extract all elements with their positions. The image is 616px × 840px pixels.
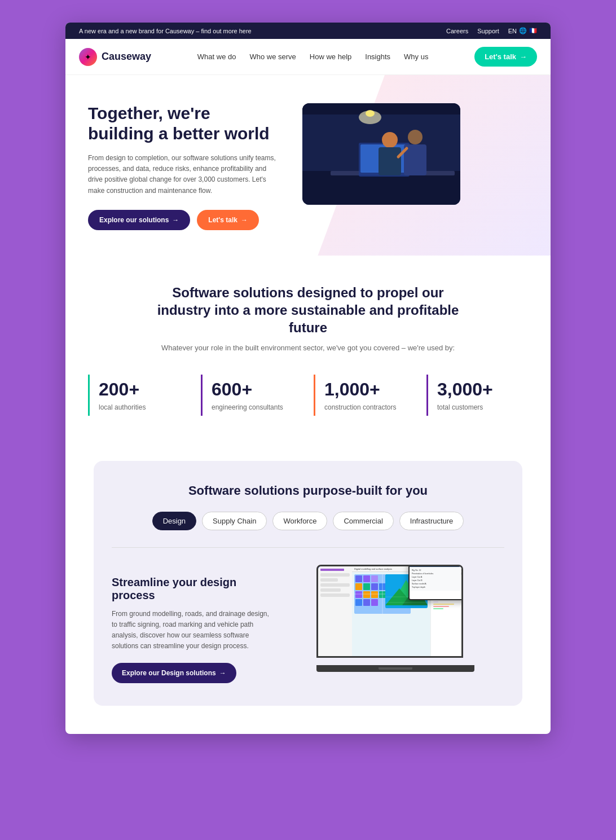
solutions-divider: [112, 547, 504, 548]
panel-bar-7: [433, 606, 449, 607]
svg-point-7: [382, 132, 398, 148]
explore-label: Explore our solutions: [99, 216, 169, 224]
overlay-row-5: Surface model A 6.0 m: [412, 583, 463, 585]
nav-cta-arrow: →: [520, 52, 527, 61]
talk-arrow: →: [241, 216, 248, 224]
hero-left: Together, we're building a better world …: [88, 103, 280, 230]
explore-arrow: →: [172, 216, 179, 224]
stats-grid: 200+ local authorities 600+ engineering …: [88, 375, 528, 416]
solutions-wrapper: Software solutions purpose-built for you…: [65, 444, 551, 735]
nav-how-we-help[interactable]: How we help: [310, 52, 351, 61]
svg-rect-15: [371, 575, 378, 582]
stat-label-1: local authorities: [99, 403, 190, 411]
solutions-title: Software solutions purpose-built for you: [112, 483, 504, 498]
overlay-row-3: Layer Cut A 4.2 m: [412, 576, 463, 578]
nav-cta-button[interactable]: Let's talk →: [474, 47, 537, 67]
support-link[interactable]: Support: [477, 28, 499, 34]
overlay-row-6: Top layer depth 1.5 m: [412, 586, 463, 588]
design-section-title: Streamline your design process: [112, 576, 270, 602]
stat-number-4: 3,000+: [437, 379, 528, 400]
tab-supply-chain[interactable]: Supply Chain: [202, 512, 267, 530]
solutions-section: Software solutions purpose-built for you…: [94, 461, 522, 706]
banner-message[interactable]: A new era and a new brand for Causeway –…: [79, 28, 446, 34]
sidebar-item-5: [320, 593, 350, 597]
nav-cta-label: Let's talk: [485, 52, 516, 61]
hero-talk-button[interactable]: Let's talk →: [197, 210, 259, 230]
stat-number-3: 1,000+: [324, 379, 415, 400]
design-left: Streamline your design process From grou…: [112, 565, 270, 684]
laptop-base: [316, 665, 474, 672]
svg-rect-18: [371, 583, 378, 590]
nav-what-we-do[interactable]: What we do: [197, 52, 236, 61]
screen-header-text: Digital modelling and surface analysis: [354, 568, 392, 570]
svg-rect-20: [355, 591, 362, 598]
lang-label: EN: [508, 28, 517, 34]
logo-text: Causeway: [102, 51, 151, 63]
svg-rect-25: [355, 599, 362, 606]
hero-content: Together, we're building a better world …: [88, 103, 528, 230]
nav-why-us[interactable]: Why us: [404, 52, 428, 61]
svg-rect-27: [371, 599, 378, 606]
hero-title: Together, we're building a better world: [88, 103, 280, 144]
stat-item-3: 1,000+ construction contractors: [314, 375, 415, 416]
sidebar-item-active: [320, 569, 344, 571]
stat-item-1: 200+ local authorities: [88, 375, 190, 416]
nav-insights[interactable]: Insights: [365, 52, 390, 61]
svg-rect-26: [363, 599, 370, 606]
panel-bar-6: [433, 604, 454, 605]
overlay-row-4: Layer Cut B 3.8 m: [412, 579, 463, 582]
explore-solutions-button[interactable]: Explore our solutions →: [88, 210, 190, 230]
overlay-row-2: Penetration of boreholes 22.1 m: [412, 573, 463, 575]
overlay-body: Rig No. 12 18.4 m Penetration of borehol…: [410, 567, 463, 591]
hero-image: [302, 103, 460, 205]
banner-right: Careers Support EN 🌐 🇫🇷: [446, 27, 537, 34]
language-selector[interactable]: EN 🌐 🇫🇷: [508, 27, 537, 34]
sidebar-item-1: [320, 573, 350, 577]
stat-number-1: 200+: [99, 379, 190, 400]
sidebar-item-4: [320, 588, 341, 592]
main-nav: ✦ Causeway What we do Who we serve How w…: [65, 39, 551, 75]
stat-item-4: 3,000+ total customers: [426, 375, 528, 416]
stat-label-2: engineering consultants: [212, 403, 302, 411]
hero-section: Together, we're building a better world …: [65, 75, 551, 256]
tab-infrastructure[interactable]: Infrastructure: [399, 512, 464, 530]
solution-tabs: Design Supply Chain Workforce Commercial…: [112, 512, 504, 530]
svg-rect-14: [363, 575, 370, 582]
svg-rect-13: [355, 575, 362, 582]
hero-svg: [302, 103, 460, 205]
svg-rect-22: [371, 591, 378, 598]
sidebar-item-2: [320, 578, 338, 582]
explore-design-arrow: →: [219, 669, 226, 677]
hero-subtitle: From design to completion, our software …: [88, 153, 280, 196]
svg-point-9: [408, 130, 423, 144]
nav-who-we-serve[interactable]: Who we serve: [249, 52, 296, 61]
logo-icon: ✦: [79, 48, 97, 66]
svg-rect-21: [363, 591, 370, 598]
sidebar-item-3: [320, 583, 350, 587]
panel-bar-5: [433, 601, 438, 602]
stats-subtitle: Whatever your role in the built environm…: [88, 344, 528, 352]
explore-design-button[interactable]: Explore our Design solutions →: [112, 663, 236, 683]
hero-buttons: Explore our solutions → Let's talk →: [88, 210, 280, 230]
svg-rect-16: [355, 583, 362, 590]
flag-gb: 🌐: [519, 27, 527, 34]
tab-design[interactable]: Design: [152, 512, 196, 530]
flag-fr: 🇫🇷: [529, 27, 537, 34]
stats-title: Software solutions designed to propel ou…: [144, 284, 472, 337]
careers-link[interactable]: Careers: [446, 28, 468, 34]
overlay-screen: Digital modelling and surface analysis R…: [408, 565, 463, 600]
stat-item-2: 600+ engineering consultants: [201, 375, 302, 416]
panel-bar-8: [433, 608, 443, 609]
design-right: Digital modelling and surface analysis: [287, 565, 504, 672]
laptop-mockup: Digital modelling and surface analysis: [316, 565, 474, 672]
logo[interactable]: ✦ Causeway: [79, 48, 151, 66]
talk-label: Let's talk: [208, 216, 237, 224]
screen-sidebar: [318, 566, 352, 656]
tab-workforce[interactable]: Workforce: [272, 512, 327, 530]
tab-commercial[interactable]: Commercial: [333, 512, 393, 530]
design-description: From ground modelling, roads, and draina…: [112, 609, 270, 652]
top-banner: A new era and a new brand for Causeway –…: [65, 23, 551, 39]
overlay-row-1: Rig No. 12 18.4 m: [412, 569, 463, 571]
nav-links: What we do Who we serve How we help Insi…: [197, 52, 429, 61]
stat-number-2: 600+: [212, 379, 302, 400]
